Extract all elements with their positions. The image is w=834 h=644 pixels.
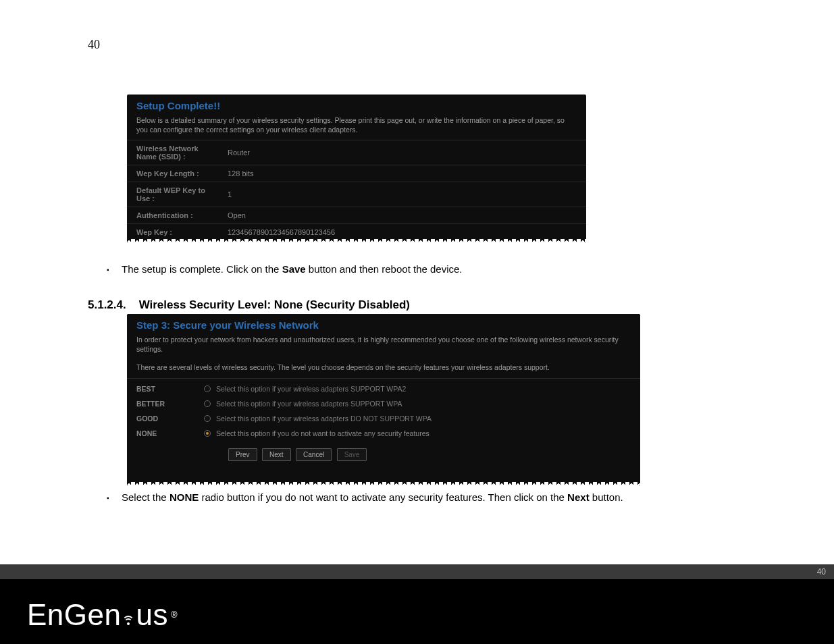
summary-table: Wireless Network Name (SSID) :Router Wep… [127,140,586,240]
security-options: BEST Select this option if your wireless… [127,379,640,441]
option-label: GOOD [136,414,204,423]
screenshot-security-level: Step 3: Secure your Wireless Network In … [127,314,640,486]
table-row: Wep Key :12345678901234567890123456 [127,224,586,241]
row-value: 1 [218,182,586,207]
row-value: 12345678901234567890123456 [218,224,586,241]
save-button: Save [337,448,367,461]
prev-button[interactable]: Prev [228,448,257,461]
option-none[interactable]: NONE Select this option if you do not wa… [136,426,631,441]
next-button[interactable]: Next [262,448,291,461]
option-best[interactable]: BEST Select this option if your wireless… [136,381,631,396]
panel-intro-2: There are several levels of wireless sec… [127,359,640,379]
option-label: NONE [136,429,204,437]
trademark-icon: ® [171,610,178,620]
page-number-footer: 40 [817,567,826,576]
table-row: Default WEP Key to Use :1 [127,182,586,207]
button-row: Prev Next Cancel Save [127,441,640,465]
radio-icon[interactable] [204,400,211,407]
page-footer: 40 EnGen us ® [0,579,834,644]
panel-title: Step 3: Secure your Wireless Network [127,314,640,333]
option-desc: Select this option if your wireless adap… [216,385,406,393]
row-label: Wep Key : [127,224,218,241]
wifi-icon [122,612,134,632]
screenshot-setup-complete: Setup Complete!! Below is a detailed sum… [127,95,586,243]
footer-bar [0,564,834,579]
brand-logo: EnGen us ® [27,598,178,632]
page-number-top: 40 [88,38,100,52]
option-desc: Select this option if your wireless adap… [216,400,402,408]
option-desc: Select this option if you do not want to… [216,429,429,437]
panel-intro: Below is a detailed summary of your wire… [127,114,586,140]
row-value: Router [218,140,586,165]
radio-icon[interactable] [204,430,211,437]
row-label: Wep Key Length : [127,165,218,182]
row-label: Authentication : [127,207,218,224]
section-heading: 5.1.2.4. Wireless Security Level: None (… [88,298,410,312]
option-desc: Select this option if your wireless adap… [216,414,432,423]
instruction-2: Select the NONE radio button if you do n… [122,491,623,503]
option-better[interactable]: BETTER Select this option if your wirele… [136,396,631,411]
row-label: Wireless Network Name (SSID) : [127,140,218,165]
panel-title: Setup Complete!! [127,95,586,114]
radio-icon[interactable] [204,415,211,422]
cancel-button[interactable]: Cancel [296,448,332,461]
table-row: Authentication :Open [127,207,586,224]
option-good[interactable]: GOOD Select this option if your wireless… [136,411,631,426]
option-label: BETTER [136,400,204,408]
radio-icon[interactable] [204,385,211,392]
instruction-1: The setup is complete. Click on the Save… [122,263,463,275]
table-row: Wep Key Length :128 bits [127,165,586,182]
panel-intro-1: In order to protect your network from ha… [127,333,640,359]
row-label: Default WEP Key to Use : [127,182,218,207]
torn-edge [127,239,586,243]
torn-edge [127,482,640,486]
option-label: BEST [136,385,204,393]
row-value: Open [218,207,586,224]
table-row: Wireless Network Name (SSID) :Router [127,140,586,165]
row-value: 128 bits [218,165,586,182]
